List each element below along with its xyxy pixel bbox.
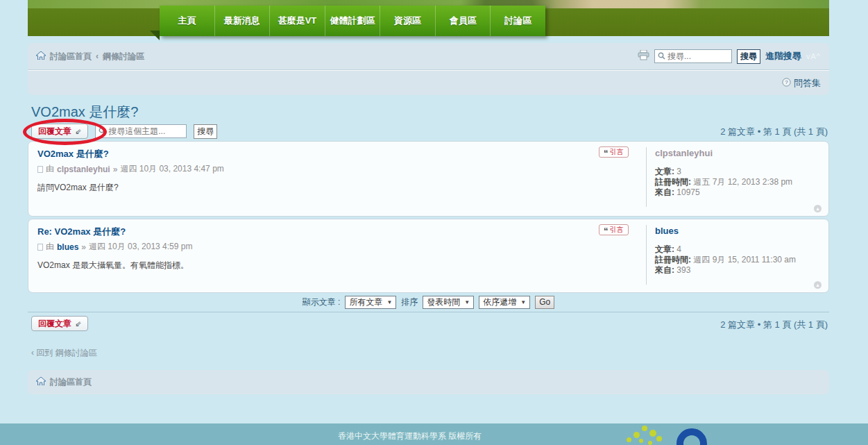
profile-joined-label: 註冊時間: — [655, 255, 691, 265]
faq-link[interactable]: 問答集 — [794, 77, 821, 90]
go-button[interactable]: Go — [535, 296, 554, 309]
nav-item-fitness-plan[interactable]: 健體計劃區 — [325, 6, 380, 36]
profile-from-label: 來自: — [655, 187, 674, 197]
chevron-down-icon: ▼ — [520, 299, 526, 305]
keyword-search-button[interactable]: 搜尋 — [737, 49, 760, 64]
profile-username[interactable]: blues — [655, 226, 835, 236]
font-size-widget[interactable]: vA^ — [806, 52, 821, 60]
print-icon[interactable] — [638, 50, 649, 63]
advanced-search-link[interactable]: 進階搜尋 — [765, 50, 801, 62]
breadcrumb-home-link[interactable]: 討論區首頁 — [50, 51, 92, 62]
reply-arrow-icon: ⇙ — [75, 319, 81, 328]
sort-direction-value: 依序遞增 — [483, 296, 516, 308]
post-content: VO2max 是最大攝氧量。有氧體能指標。 — [37, 260, 189, 271]
nav-item-news[interactable]: 最新消息 — [214, 6, 270, 36]
byline-by-label: 由 — [46, 163, 54, 175]
byline-arrow: » — [113, 165, 118, 174]
header-tools: 搜尋 進階搜尋 vA^ — [638, 49, 821, 64]
profile-posts-count[interactable]: 3 — [676, 167, 681, 176]
home-icon — [36, 51, 46, 62]
topic-search-input[interactable] — [108, 126, 183, 136]
post-title-link[interactable]: VO2max 是什麼? — [37, 148, 109, 160]
topic-search-button[interactable]: 搜尋 — [194, 124, 217, 139]
sort-label: 排序 — [401, 296, 418, 308]
quote-mark-icon: “ — [604, 150, 609, 157]
svg-text:?: ? — [785, 79, 788, 85]
nav-item-home[interactable]: 主頁 — [160, 6, 214, 36]
magnifier-icon — [99, 125, 106, 137]
profile-joined-value: 週五 7月 12, 2013 2:38 pm — [693, 177, 792, 187]
back-to-forum-link[interactable]: ‹ 回到 鋼條討論區 — [31, 347, 97, 359]
profile-from-label: 來自: — [655, 265, 674, 275]
scroll-top-icon[interactable]: ▴ — [814, 205, 822, 212]
post-1: VO2max 是什麼? 由 clpstanleyhui » 週四 10月 03,… — [28, 141, 829, 217]
topic-controls: 回覆文章 ⇙ 搜尋 — [31, 124, 217, 139]
footer: 香港中文大學體育運動科學系 版權所有 — [0, 423, 868, 445]
scroll-top-icon[interactable]: ▴ — [814, 281, 822, 289]
quote-button[interactable]: “ 引言 — [599, 146, 629, 158]
sort-field-select[interactable]: 發表時間 ▼ — [423, 296, 474, 309]
footer-breadcrumb-panel: 討論區首頁 — [28, 370, 829, 394]
breadcrumb-separator: ‹ — [96, 51, 99, 61]
profile-joined-label: 註冊時間: — [655, 177, 691, 187]
author-link[interactable]: clpstanleyhui — [57, 165, 110, 174]
copyright-text: 香港中文大學體育運動科學系 版權所有 — [338, 430, 482, 442]
nav-item-members[interactable]: 會員區 — [435, 6, 491, 36]
breadcrumb-row: 討論區首頁 ‹ 鋼條討論區 搜尋 進階搜尋 vA^ — [28, 43, 829, 70]
reply-arrow-icon: ⇙ — [75, 127, 81, 136]
profile-posts-label: 文章: — [655, 167, 674, 176]
profile-posts-label: 文章: — [655, 244, 674, 254]
question-circle-icon: ? — [782, 77, 791, 90]
post-date: 週四 10月 03, 2013 4:59 pm — [89, 241, 192, 253]
profile-joined-value: 週四 9月 15, 2011 11:30 am — [693, 255, 796, 265]
page: 主頁 最新消息 甚麼是VT 健體計劃區 資源區 會員區 討論區 討論區首頁 ‹ … — [0, 0, 868, 445]
profile-posts-count[interactable]: 4 — [676, 244, 681, 254]
profile-divider — [646, 147, 647, 207]
breadcrumb-forum-link[interactable]: 鋼條討論區 — [103, 51, 144, 62]
nav-item-what-is-vt[interactable]: 甚麼是VT — [269, 6, 325, 36]
quote-button-label: 引言 — [610, 225, 624, 235]
quote-button-label: 引言 — [610, 147, 624, 157]
quote-button[interactable]: “ 引言 — [599, 224, 629, 235]
post-2: Re: VO2max 是什麼? 由 blues » 週四 10月 03, 201… — [28, 219, 829, 293]
profile-username[interactable]: clpstanleyhui — [655, 148, 835, 158]
post-date: 週四 10月 03, 2013 4:47 pm — [120, 163, 223, 175]
sort-direction-select[interactable]: 依序遞增 ▼ — [479, 296, 530, 309]
pagination-top: 2 篇文章 • 第 1 頁 (共 1 頁) — [720, 126, 828, 138]
topic-title[interactable]: VO2max 是什麼? — [31, 103, 138, 121]
post-title-link[interactable]: Re: VO2max 是什麼? — [37, 226, 126, 238]
menu-fold-decoration — [150, 31, 160, 40]
post-byline: 由 clpstanleyhui » 週四 10月 03, 2013 4:47 p… — [37, 163, 224, 175]
footer-home-link[interactable]: 討論區首頁 — [50, 376, 92, 388]
quote-mark-icon: “ — [604, 228, 609, 235]
reply-button-top[interactable]: 回覆文章 ⇙ — [31, 124, 88, 139]
author-profile: clpstanleyhui 文章: 3 註冊時間: 週五 7月 12, 2013… — [655, 148, 835, 198]
sort-field-value: 發表時間 — [427, 296, 460, 308]
main-nav: 主頁 最新消息 甚麼是VT 健體計劃區 資源區 會員區 討論區 — [160, 6, 545, 36]
reply-button-bottom[interactable]: 回覆文章 ⇙ — [31, 316, 88, 331]
nav-item-forum[interactable]: 討論區 — [490, 6, 545, 36]
author-link[interactable]: blues — [57, 242, 78, 252]
chevron-down-icon: ▼ — [386, 299, 392, 305]
breadcrumb-panel: 討論區首頁 ‹ 鋼條討論區 搜尋 進階搜尋 vA^ — [28, 43, 829, 95]
keyword-search-box — [654, 49, 732, 63]
display-options-row: 顯示文章 : 所有文章 ▼ 排序 發表時間 ▼ 依序遞增 ▼ Go — [28, 294, 829, 310]
author-profile: blues 文章: 4 註冊時間: 週四 9月 15, 2011 11:30 a… — [655, 226, 835, 276]
post-doc-icon — [37, 166, 43, 173]
byline-arrow: » — [81, 242, 86, 252]
reply-button-label: 回覆文章 — [38, 318, 71, 330]
faq-row: ? 問答集 — [28, 72, 829, 95]
section-divider — [28, 312, 829, 312]
topic-search-box — [95, 124, 187, 138]
keyword-search-input[interactable] — [667, 51, 729, 61]
byline-by-label: 由 — [46, 241, 54, 253]
reply-button-label: 回覆文章 — [38, 126, 71, 137]
chevron-down-icon: ▼ — [464, 299, 470, 305]
magnifier-icon — [658, 50, 665, 62]
post-byline: 由 blues » 週四 10月 03, 2013 4:59 pm — [37, 241, 192, 253]
nav-item-resources[interactable]: 資源區 — [380, 6, 435, 36]
home-icon — [36, 377, 46, 387]
post-doc-icon — [37, 244, 43, 251]
posts-filter-select[interactable]: 所有文章 ▼ — [345, 296, 396, 309]
profile-from-value: 10975 — [676, 187, 699, 197]
